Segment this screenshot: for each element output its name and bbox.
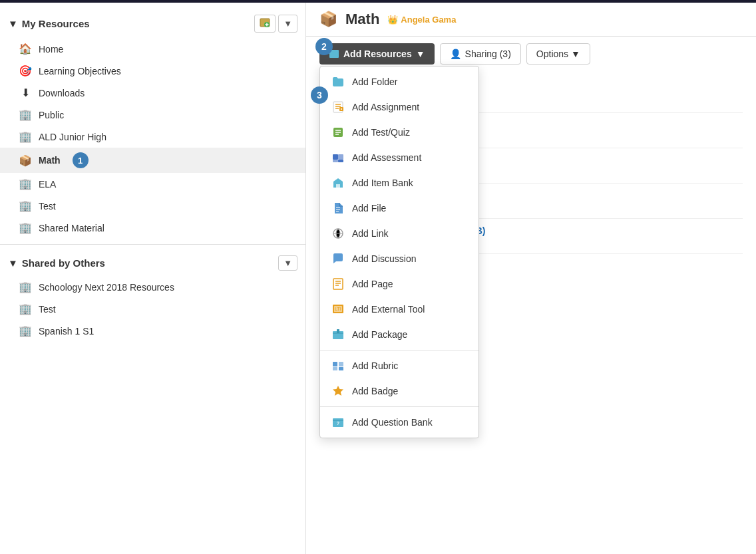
sidebar-item-test-shared-label: Test (39, 304, 56, 315)
dropdown-add-question-bank-label: Add Question Bank (352, 417, 433, 428)
sidebar-item-ald-junior-high[interactable]: 🏢 ALD Junior High (0, 126, 305, 148)
sidebar-item-math[interactable]: 📦 Math 1 (0, 148, 305, 173)
math-folder-header-icon: 📦 (319, 11, 337, 28)
dropdown-add-question-bank[interactable]: ? Add Question Bank (320, 410, 478, 435)
content-area: 📦 Math 👑 Angela Gama 2 Add Resources ▼ (306, 3, 756, 554)
options-button[interactable]: Options ▼ (526, 43, 590, 65)
dropdown-add-file-label: Add File (352, 203, 386, 213)
sidebar-item-learning-objectives[interactable]: 🎯 Learning Objectives (0, 60, 305, 82)
dropdown-add-page[interactable]: Add Page (320, 271, 478, 297)
add-assignment-icon (331, 100, 345, 114)
sharing-label: Sharing (3) (465, 49, 511, 59)
add-page-icon (331, 277, 345, 291)
add-badge-icon (331, 384, 345, 398)
step-badge-2: 2 (315, 38, 333, 55)
dropdown-add-assignment[interactable]: Add Assignment (320, 94, 478, 120)
sidebar-item-math-label: Math (39, 155, 61, 166)
downloads-icon: ⬇ (19, 86, 32, 99)
dropdown-add-item-bank[interactable]: Add Item Bank (320, 170, 478, 196)
options-label: Options (536, 49, 568, 59)
dropdown-add-package-label: Add Package (352, 329, 407, 340)
dropdown-add-assessment[interactable]: Add Assessment (320, 145, 478, 170)
dropdown-add-badge-label: Add Badge (352, 386, 398, 396)
options-arrow: ▼ (571, 49, 580, 59)
dropdown-add-assessment-label: Add Assessment (352, 152, 421, 163)
dropdown-add-discussion-label: Add Discussion (352, 253, 417, 264)
sidebar-item-learning-objectives-label: Learning Objectives (39, 66, 121, 76)
add-resources-label: Add Resources (343, 49, 412, 59)
dropdown-add-folder[interactable]: Add Folder (320, 69, 478, 94)
add-file-icon (331, 201, 345, 215)
sidebar-item-shared-material-label: Shared Material (39, 223, 104, 233)
public-icon: 🏢 (19, 108, 32, 121)
svg-rect-21 (339, 362, 343, 366)
add-package-icon (331, 327, 345, 342)
dropdown-add-test-quiz[interactable]: Add Test/Quiz (320, 120, 478, 145)
sidebar-item-schoology-next[interactable]: 🏢 Schoology Next 2018 Resources (0, 276, 305, 298)
add-external-tool-icon: LTI (331, 302, 345, 317)
add-resources-button[interactable]: Add Resources ▼ (319, 43, 435, 65)
learning-objectives-icon: 🎯 (19, 65, 32, 77)
sidebar-item-spanish[interactable]: 🏢 Spanish 1 S1 (0, 320, 305, 342)
svg-rect-20 (333, 362, 337, 366)
content-header: 📦 Math 👑 Angela Gama (306, 3, 756, 37)
svg-rect-22 (333, 367, 337, 370)
svg-marker-24 (333, 386, 343, 396)
dropdown-add-folder-label: Add Folder (352, 76, 397, 87)
add-resource-icon-btn[interactable] (254, 15, 276, 33)
step-badge-1: 1 (73, 152, 89, 168)
ald-icon: 🏢 (19, 130, 32, 143)
dropdown-add-rubric-label: Add Rubric (352, 360, 398, 371)
sidebar-item-downloads-label: Downloads (39, 88, 85, 98)
sharing-button[interactable]: 👤 Sharing (3) (440, 43, 521, 65)
sidebar-item-home[interactable]: 🏠 Home (0, 38, 305, 60)
test-shared-icon: 🏢 (19, 303, 32, 315)
chevron-down-icon: ▼ (8, 18, 18, 29)
dropdown-divider-2 (320, 406, 478, 407)
add-discussion-icon (331, 251, 345, 266)
sidebar-item-home-label: Home (39, 44, 63, 55)
sidebar-item-downloads[interactable]: ⬇ Downloads (0, 82, 305, 104)
add-test-quiz-icon (331, 125, 345, 140)
dropdown-add-file[interactable]: Add File (320, 196, 478, 221)
schoology-icon: 🏢 (19, 281, 32, 293)
svg-rect-9 (338, 154, 343, 160)
crown-icon: 👑 (387, 15, 398, 25)
dropdown-add-item-bank-label: Add Item Bank (352, 178, 413, 188)
svg-rect-12 (336, 184, 340, 188)
shared-dropdown-btn[interactable]: ▼ (278, 255, 297, 271)
svg-rect-11 (338, 160, 343, 162)
sidebar-item-public[interactable]: 🏢 Public (0, 104, 305, 126)
owner-name: Angela Gama (401, 15, 456, 25)
owner-tag: 👑 Angela Gama (387, 15, 456, 25)
dropdown-icon-btn[interactable]: ▼ (278, 15, 297, 33)
add-resources-dropdown: 3 Add Folder (319, 66, 479, 438)
my-resources-section[interactable]: ▼ My Resources ▼ (0, 9, 305, 38)
add-link-icon (331, 226, 345, 241)
svg-rect-8 (333, 154, 338, 160)
add-rubric-icon (331, 358, 345, 373)
sidebar-item-shared-material[interactable]: 🏢 Shared Material (0, 217, 305, 239)
dropdown-add-link[interactable]: Add Link (320, 221, 478, 246)
sidebar: ▼ My Resources ▼ 🏠 Home 🎯 (0, 3, 306, 554)
dropdown-divider-1 (320, 350, 478, 350)
dropdown-add-package[interactable]: Add Package (320, 322, 478, 347)
dropdown-add-discussion[interactable]: Add Discussion (320, 246, 478, 271)
add-question-bank-icon: ? (331, 415, 345, 430)
dropdown-add-rubric[interactable]: Add Rubric (320, 353, 478, 378)
spanish-icon: 🏢 (19, 325, 32, 337)
shared-by-others-section[interactable]: ▼ Shared by Others ▼ (0, 250, 305, 276)
sidebar-item-ela-label: ELA (39, 179, 56, 190)
page-title: Math (345, 11, 379, 28)
shared-chevron-icon: ▼ (8, 257, 18, 269)
page-title-text: Math (345, 11, 379, 28)
sidebar-item-test-shared[interactable]: 🏢 Test (0, 298, 305, 320)
ela-icon: 🏢 (19, 178, 32, 190)
dropdown-add-badge[interactable]: Add Badge (320, 378, 478, 404)
dropdown-add-page-label: Add Page (352, 279, 393, 289)
sidebar-item-test[interactable]: 🏢 Test (0, 195, 305, 217)
sidebar-item-ela[interactable]: 🏢 ELA (0, 173, 305, 195)
step-badge-3: 3 (311, 86, 328, 104)
shared-by-others-title: Shared by Others (22, 257, 105, 269)
dropdown-add-external-tool[interactable]: LTI Add External Tool (320, 297, 478, 322)
